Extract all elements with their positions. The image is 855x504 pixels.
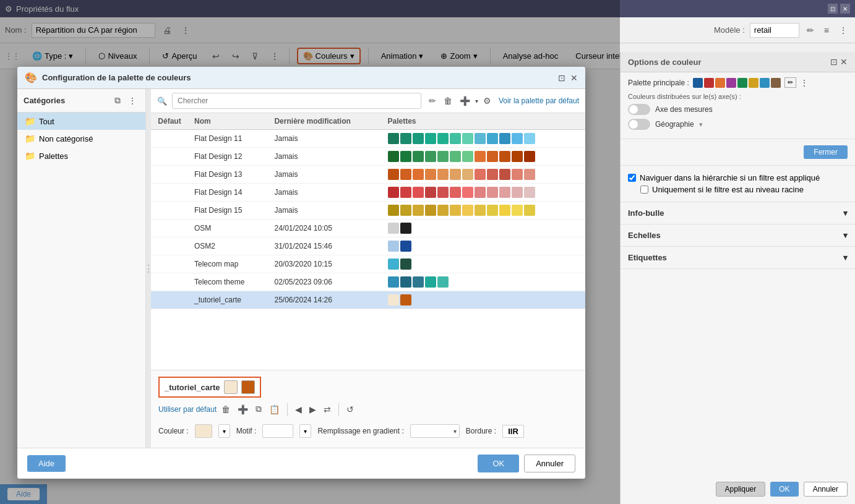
table-row[interactable]: OSM24/01/2024 10:05 <box>151 220 585 237</box>
folder-icon-noncategorise: 📁 <box>25 134 35 143</box>
cell-nom: OSM <box>188 220 268 237</box>
motif-dropdown-btn[interactable]: ▾ <box>299 424 311 438</box>
color-swatch <box>450 169 461 180</box>
cell-palettes <box>382 291 585 309</box>
table-row[interactable]: Flat Design 12Jamais <box>151 148 585 166</box>
options-close-btn[interactable]: ✕ <box>840 57 848 67</box>
editor-copy-btn[interactable]: ⧉ <box>253 403 264 416</box>
color-swatch <box>388 133 399 144</box>
color-swatch <box>400 294 411 305</box>
sidebar-copy-btn[interactable]: ⧉ <box>112 94 123 107</box>
cell-default <box>151 130 188 148</box>
color-editor-row: Couleur : ▾ Motif : ▾ Remplissage en gra… <box>158 421 578 442</box>
table-row[interactable]: Telecom theme02/05/2023 09:06 <box>151 273 585 291</box>
etiquettes-section[interactable]: Etiquettes ▾ <box>621 247 855 269</box>
app-window: ⚙ Propriétés du flux ⊡ ✕ Nom : 🖨 ⋮ Modèl… <box>0 0 855 504</box>
color-swatch <box>524 151 535 162</box>
pattern-box[interactable] <box>262 424 293 438</box>
sidebar-more-btn[interactable]: ⋮ <box>126 94 139 107</box>
color-preview[interactable] <box>195 424 212 438</box>
close-button[interactable]: ✕ <box>840 4 850 14</box>
geographie-toggle[interactable] <box>628 119 650 130</box>
voir-palette-link[interactable]: Voir la palette par défaut <box>499 96 579 105</box>
aide-button[interactable]: Aide <box>27 455 66 472</box>
modal-close-btn[interactable]: ✕ <box>570 73 578 83</box>
refresh-btn[interactable]: ↺ <box>344 403 356 416</box>
cell-date: Jamais <box>268 202 381 220</box>
cell-nom: Flat Design 13 <box>188 166 268 184</box>
cancel-button-right[interactable]: Annuler <box>804 482 848 497</box>
modal-annuler-button[interactable]: Annuler <box>524 455 575 472</box>
sidebar-item-palettes[interactable]: 📁 Palettes <box>17 147 145 164</box>
cell-date: 20/03/2020 10:15 <box>268 255 381 273</box>
color-dropdown-btn[interactable]: ▾ <box>218 424 230 438</box>
options-expand-btn[interactable]: ⊡ <box>830 57 838 67</box>
modele-list-btn[interactable]: ≡ <box>822 24 831 36</box>
modal-expand-btn[interactable]: ⊡ <box>558 73 565 83</box>
cell-nom: Telecom theme <box>188 273 268 291</box>
color-swatch <box>388 151 399 162</box>
modal-divider[interactable] <box>146 89 151 448</box>
minimize-button[interactable]: ⊡ <box>828 4 838 14</box>
sidebar-label-palettes: Palettes <box>39 152 68 161</box>
modal-ok-button[interactable]: OK <box>478 455 519 472</box>
modal-bottom: Aide OK Annuler <box>17 448 585 479</box>
modele-input[interactable] <box>750 23 799 38</box>
color-swatch <box>487 205 498 216</box>
axe-mesures-label: Axe des mesures <box>655 105 713 114</box>
delete-icon-btn[interactable]: 🗑 <box>441 95 455 107</box>
modele-more-btn[interactable]: ⋮ <box>836 24 850 36</box>
editor-add-btn[interactable]: ➕ <box>235 403 251 416</box>
uniquement-checkbox[interactable] <box>640 186 648 194</box>
color-swatch <box>413 276 424 288</box>
apply-button[interactable]: Appliquer <box>716 482 766 497</box>
color-swatch <box>512 169 523 180</box>
color-swatch <box>400 169 411 180</box>
color-swatch <box>524 133 535 144</box>
ok-button-right[interactable]: OK <box>770 482 798 497</box>
settings-icon-btn[interactable]: ⚙ <box>481 95 494 107</box>
info-bulle-section[interactable]: Info-bulle ▾ <box>621 202 855 224</box>
palette-more-btn[interactable]: ⋮ <box>800 78 809 88</box>
navigate-checkbox[interactable] <box>628 174 636 182</box>
table-row[interactable]: _tutoriel_carte25/06/2024 14:26 <box>151 291 585 309</box>
color-swatch <box>450 133 461 144</box>
table-row[interactable]: Flat Design 15Jamais <box>151 202 585 220</box>
swap-btn[interactable]: ⇄ <box>321 403 333 416</box>
table-row[interactable]: Telecom map20/03/2020 10:15 <box>151 255 585 273</box>
axe-mesures-toggle[interactable] <box>628 104 650 115</box>
color-swatch <box>499 187 510 198</box>
table-row[interactable]: Flat Design 14Jamais <box>151 184 585 202</box>
color-swatch <box>462 187 473 198</box>
color-swatch <box>487 151 498 162</box>
color-swatch <box>400 223 411 234</box>
modele-edit-btn[interactable]: ✏ <box>804 24 817 36</box>
sidebar-label-tout: Tout <box>39 117 54 126</box>
sidebar-item-tout[interactable]: 📁 Tout <box>17 113 145 130</box>
edit-palette-btn[interactable]: ✏ <box>784 77 796 88</box>
gradient-box[interactable]: ▾ <box>410 424 460 438</box>
cell-default <box>151 202 188 220</box>
table-row[interactable]: Flat Design 13Jamais <box>151 166 585 184</box>
editor-toolbar: Utiliser par défaut 🗑 ➕ ⧉ 📋 ◀ ▶ ⇄ ↺ <box>158 403 578 416</box>
utiliser-par-defaut-link[interactable]: Utiliser par défaut <box>158 405 217 414</box>
search-input[interactable] <box>172 93 421 109</box>
color-swatch <box>437 205 449 216</box>
border-box[interactable]: IIR <box>502 425 524 438</box>
editor-swatch2[interactable] <box>241 380 255 394</box>
fermer-button[interactable]: Fermer <box>804 145 848 159</box>
color-swatch <box>524 187 535 198</box>
move-left-btn[interactable]: ◀ <box>293 403 304 416</box>
add-icon-btn[interactable]: ➕ <box>457 95 473 107</box>
color-swatch <box>400 151 411 162</box>
editor-paste-btn[interactable]: 📋 <box>267 403 282 416</box>
sidebar-item-noncategorise[interactable]: 📁 Non catégorisé <box>17 130 145 147</box>
table-row[interactable]: Flat Design 11Jamais <box>151 130 585 148</box>
color-swatch <box>512 205 523 216</box>
edit-icon-btn[interactable]: ✏ <box>426 95 439 107</box>
table-row[interactable]: OSM231/01/2024 15:46 <box>151 237 585 255</box>
editor-swatch1[interactable] <box>224 380 238 394</box>
echelles-section[interactable]: Echelles ▾ <box>621 224 855 247</box>
editor-delete-btn[interactable]: 🗑 <box>219 403 233 416</box>
move-right-btn[interactable]: ▶ <box>307 403 319 416</box>
